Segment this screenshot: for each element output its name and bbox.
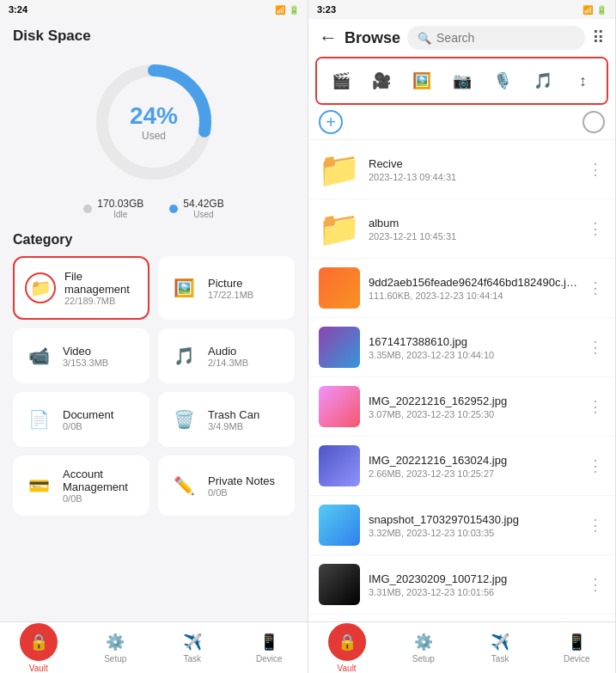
right-vault-icon-wrap: 🔒 — [328, 623, 366, 661]
file-meta-img4: 2.66MB, 2023-12-23 10:25:27 — [369, 468, 577, 479]
thumb-img3 — [319, 386, 360, 427]
file-meta-album: 2023-12-21 10:45:31 — [369, 231, 577, 242]
video-name: Video — [63, 345, 108, 358]
left-panel: 3:24 📶 🔋 Disk Space 24% Used — [0, 0, 308, 673]
left-content: Disk Space 24% Used 170.03GB Idle — [0, 19, 308, 524]
file-item-recive[interactable]: 📁 Recive 2023-12-13 09:44:31 ⋮ — [308, 140, 615, 199]
file-item-img4[interactable]: IMG_20221216_163024.jpg 2.66MB, 2023-12-… — [308, 437, 615, 496]
right-nav-setup[interactable]: ⚙️ Setup — [385, 622, 461, 673]
select-circle[interactable] — [582, 111, 605, 133]
right-task-icon: ✈️ — [491, 633, 509, 652]
vault-icon: 🔒 — [29, 633, 48, 652]
trash-icon: 🗑️ — [168, 404, 199, 435]
grid-icon[interactable]: ⠿ — [592, 28, 605, 48]
file-more-img3[interactable]: ⋮ — [586, 397, 605, 416]
file-more-recive[interactable]: ⋮ — [586, 160, 605, 179]
left-nav-vault[interactable]: 🔒 Vault — [0, 622, 77, 673]
file-name-img4: IMG_20221216_163024.jpg — [369, 454, 577, 467]
donut-chart: 24% Used — [13, 53, 295, 191]
add-button[interactable]: + — [319, 110, 343, 134]
category-account[interactable]: 💳 Account Management 0/0B — [13, 456, 149, 516]
filter-audio[interactable]: 🎙️ — [487, 65, 518, 96]
file-item-img6[interactable]: IMG_20230209_100712.jpg 3.31MB, 2023-12-… — [308, 555, 615, 615]
document-count: 0/0B — [63, 421, 113, 431]
file-name-recive: Recive — [369, 157, 577, 170]
file-item-img3[interactable]: IMG_20221216_162952.jpg 3.07MB, 2023-12-… — [308, 377, 615, 437]
file-more-img6[interactable]: ⋮ — [586, 575, 605, 594]
back-button[interactable]: ← — [319, 27, 338, 49]
filter-image[interactable]: 🖼️ — [406, 65, 437, 96]
left-setup-label: Setup — [104, 654, 126, 664]
setup-icon: ⚙️ — [106, 633, 125, 652]
right-nav-device[interactable]: 📱 Device — [539, 622, 615, 673]
left-nav-setup[interactable]: ⚙️ Setup — [77, 622, 155, 673]
action-row: + — [308, 105, 615, 140]
file-meta-img1: 111.60KB, 2023-12-23 10:44:14 — [369, 291, 577, 301]
file-meta-img6: 3.31MB, 2023-12-23 10:01:56 — [369, 587, 577, 597]
file-name-album: album — [369, 217, 577, 229]
category-grid: 📁 File management 22/189.7MB 🖼️ Picture … — [13, 256, 295, 516]
account-icon: 💳 — [23, 470, 54, 501]
thumb-img5 — [319, 505, 360, 546]
search-bar[interactable]: 🔍 — [407, 26, 585, 50]
audio-name: Audio — [208, 345, 248, 358]
file-more-img4[interactable]: ⋮ — [586, 456, 605, 475]
picture-icon: 🖼️ — [168, 272, 199, 303]
left-scroll: Disk Space 24% Used 170.03GB Idle — [0, 19, 308, 621]
left-time: 3:24 — [9, 4, 27, 15]
filter-music[interactable]: 🎵 — [528, 65, 558, 96]
folder-thumb-recive: 📁 — [319, 149, 360, 190]
right-time: 3:23 — [317, 4, 336, 15]
left-nav-task[interactable]: ✈️ Task — [154, 622, 231, 673]
file-item-img7[interactable]: IMG_20230209_095321.jpg 3.33MB, 2023-12-… — [308, 615, 615, 621]
video-icon: 📹 — [23, 340, 54, 371]
left-bottom-nav: 🔒 Vault ⚙️ Setup ✈️ Task 📱 Device — [0, 621, 308, 673]
disk-space-title: Disk Space — [13, 28, 295, 45]
filter-camera[interactable]: 📷 — [447, 65, 478, 96]
donut-used-label: Used — [130, 130, 178, 142]
folder-thumb-album: 📁 — [319, 208, 360, 249]
donut-percent: 24% — [130, 102, 178, 130]
file-more-img2[interactable]: ⋮ — [586, 338, 605, 357]
file-more-img1[interactable]: ⋮ — [586, 278, 605, 297]
category-title: Category — [13, 232, 295, 248]
trash-name: Trash Can — [208, 408, 259, 421]
right-nav-task[interactable]: ✈️ Task — [462, 622, 539, 673]
right-nav-vault[interactable]: 🔒 Vault — [308, 622, 385, 673]
file-more-album[interactable]: ⋮ — [586, 219, 605, 238]
search-icon: 🔍 — [418, 32, 431, 45]
filter-video[interactable]: 🎥 — [366, 65, 397, 96]
category-picture[interactable]: 🖼️ Picture 17/22.1MB — [158, 256, 295, 320]
thumb-img4 — [319, 445, 360, 486]
category-notes[interactable]: ✏️ Private Notes 0/0B — [158, 456, 295, 516]
category-audio[interactable]: 🎵 Audio 2/14.3MB — [158, 328, 295, 383]
filter-transfer[interactable]: ↕️ — [568, 65, 599, 96]
left-status-icons: 📶 🔋 — [275, 5, 299, 15]
browse-title: Browse — [345, 29, 400, 47]
right-panel: 3:23 📶 🔋 ← Browse 🔍 ⠿ 🎬 🎥 🖼️ 📷 🎙️ 🎵 ↕️ + — [308, 0, 615, 673]
category-file-management[interactable]: 📁 File management 22/189.7MB — [13, 256, 149, 320]
category-video[interactable]: 📹 Video 3/153.3MB — [13, 328, 149, 383]
file-item-img2[interactable]: 1671417388610.jpg 3.35MB, 2023-12-23 10:… — [308, 318, 615, 377]
file-meta-img2: 3.35MB, 2023-12-23 10:44:10 — [369, 350, 577, 360]
right-task-label: Task — [491, 654, 509, 664]
document-icon: 📄 — [23, 404, 54, 435]
used-label: Used — [183, 210, 223, 219]
category-trash[interactable]: 🗑️ Trash Can 3/4.9MB — [158, 392, 295, 447]
search-input[interactable] — [436, 31, 575, 45]
filter-all[interactable]: 🎬 — [326, 65, 357, 96]
file-name-img3: IMG_20221216_162952.jpg — [369, 395, 577, 407]
right-device-icon: 📱 — [567, 633, 586, 652]
file-item-img1[interactable]: 9dd2aeb156feade9624f646bd182490c.jpg 111… — [308, 259, 615, 318]
left-device-label: Device — [256, 654, 283, 664]
filter-row-wrap: 🎬 🎥 🖼️ 📷 🎙️ 🎵 ↕️ — [315, 57, 608, 105]
stat-idle: 170.03GB Idle — [83, 198, 143, 219]
file-item-album[interactable]: 📁 album 2023-12-21 10:45:31 ⋮ — [308, 199, 615, 259]
file-name-img6: IMG_20230209_100712.jpg — [369, 572, 577, 585]
file-item-img5[interactable]: snapshot_1703297015430.jpg 3.32MB, 2023-… — [308, 496, 615, 555]
file-name-img2: 1671417388610.jpg — [369, 335, 577, 348]
notes-name: Private Notes — [208, 474, 275, 487]
category-document[interactable]: 📄 Document 0/0B — [13, 392, 149, 447]
left-nav-device[interactable]: 📱 Device — [231, 622, 308, 673]
file-more-img5[interactable]: ⋮ — [586, 516, 605, 535]
